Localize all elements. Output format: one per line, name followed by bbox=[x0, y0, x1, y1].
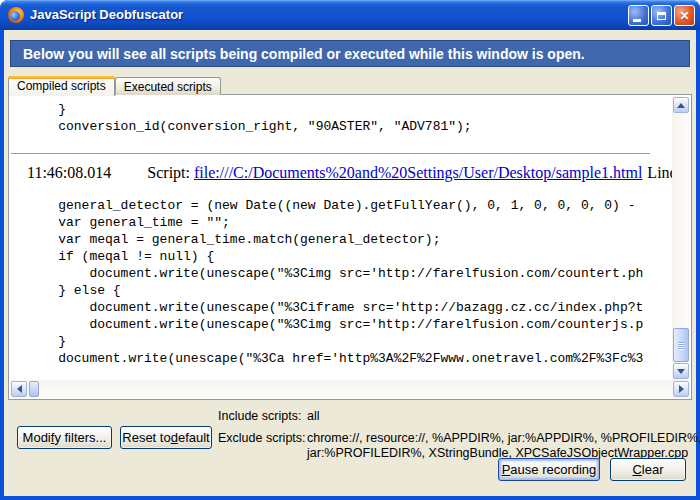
code-line: document.write(unescape("%3Ciframe src='… bbox=[27, 299, 672, 316]
vertical-scrollbar-thumb[interactable] bbox=[673, 328, 689, 362]
minimize-icon bbox=[633, 19, 641, 22]
window-title: JavaScript Deobfuscator bbox=[30, 7, 183, 22]
tab-executed-scripts-label: Executed scripts bbox=[124, 80, 212, 94]
close-icon: ✕ bbox=[679, 10, 689, 22]
close-button[interactable]: ✕ bbox=[674, 5, 695, 26]
maximize-icon bbox=[657, 12, 666, 20]
exclude-scripts-value-line1: chrome://, resource://, %APPDIR%, jar:%A… bbox=[307, 431, 700, 445]
pause-recording-label-rest: ause recording bbox=[510, 462, 596, 477]
entry-separator bbox=[11, 153, 650, 154]
include-scripts-label: Include scripts: bbox=[218, 409, 301, 423]
minimize-button[interactable] bbox=[628, 5, 649, 26]
line-label: Line: bbox=[647, 164, 672, 181]
entry-header: 11:46:08.014Script:file:///C:/Documents%… bbox=[27, 161, 672, 185]
horizontal-scrollbar-thumb[interactable] bbox=[29, 381, 39, 397]
entry-timestamp: 11:46:08.014 bbox=[27, 164, 111, 181]
reset-default-label: Reset to bbox=[122, 430, 170, 445]
reset-to-default-button[interactable]: Reset to default bbox=[120, 426, 212, 449]
horizontal-scrollbar[interactable] bbox=[10, 380, 690, 398]
code-line: var general_time = ""; bbox=[27, 214, 672, 231]
script-url-link[interactable]: file:///C:/Documents%20and%20Settings/Us… bbox=[194, 164, 642, 181]
scroll-right-button[interactable] bbox=[673, 381, 689, 397]
tab-strip: Compiled scripts Executed scripts bbox=[8, 75, 221, 95]
code-line: document.write(unescape("%3Ca href='http… bbox=[27, 350, 672, 367]
modify-filters-label: Modi bbox=[23, 430, 51, 445]
clear-label-rest: lear bbox=[642, 462, 664, 477]
code-line: } bbox=[27, 101, 672, 118]
code-line: document.write(unescape("%3Cimg src='htt… bbox=[27, 316, 672, 333]
script-log-content: } conversion_id(conversion_right, "90AST… bbox=[10, 96, 672, 380]
scroll-down-button[interactable] bbox=[673, 363, 689, 379]
clear-button[interactable]: Clear bbox=[610, 458, 686, 481]
info-banner-text: Below you will see all scripts being com… bbox=[23, 46, 585, 62]
vertical-scrollbar[interactable] bbox=[672, 96, 690, 380]
entry-code-block: general_detector = (new Date((new Date).… bbox=[27, 197, 672, 367]
pause-recording-button[interactable]: Pause recording bbox=[498, 458, 600, 481]
tab-compiled-scripts-label: Compiled scripts bbox=[17, 79, 106, 93]
code-line: general_detector = (new Date((new Date).… bbox=[27, 197, 672, 214]
reset-default-mnemonic: d bbox=[171, 430, 178, 445]
code-line: if (meqal != null) { bbox=[27, 248, 672, 265]
dialog-body: Below you will see all scripts being com… bbox=[4, 30, 696, 496]
maximize-button[interactable] bbox=[651, 5, 672, 26]
clear-mnemonic: C bbox=[632, 462, 641, 477]
pause-recording-mnemonic: P bbox=[502, 462, 511, 477]
javascript-deobfuscator-window: JavaScript Deobfuscator ✕ Below you will… bbox=[0, 0, 700, 500]
exclude-scripts-label: Exclude scripts: bbox=[218, 431, 306, 445]
tab-executed-scripts[interactable]: Executed scripts bbox=[115, 77, 221, 95]
include-scripts-value: all bbox=[307, 409, 320, 423]
reset-default-label-rest: efault bbox=[178, 430, 210, 445]
code-line: } bbox=[27, 333, 672, 350]
modify-filters-button[interactable]: Modify filters... bbox=[17, 426, 112, 449]
code-line: var meqal = general_time.match(general_d… bbox=[27, 231, 672, 248]
chevron-down-icon bbox=[677, 369, 685, 374]
modify-filters-label-rest: y filters... bbox=[54, 430, 106, 445]
scroll-left-button[interactable] bbox=[11, 381, 27, 397]
code-line: } else { bbox=[27, 282, 672, 299]
code-line: document.write(unescape("%3Cimg src='htt… bbox=[27, 265, 672, 282]
script-label: Script: bbox=[147, 164, 190, 181]
exclude-scripts-value: chrome://, resource://, %APPDIR%, jar:%A… bbox=[307, 431, 700, 461]
chevron-right-icon bbox=[679, 385, 684, 393]
info-banner: Below you will see all scripts being com… bbox=[10, 40, 690, 67]
chevron-left-icon bbox=[17, 385, 22, 393]
scroll-up-button[interactable] bbox=[673, 97, 689, 113]
caption-buttons: ✕ bbox=[628, 5, 695, 26]
firefox-icon bbox=[8, 7, 24, 23]
tab-compiled-scripts[interactable]: Compiled scripts bbox=[8, 76, 115, 96]
chevron-up-icon bbox=[677, 103, 685, 108]
titlebar: JavaScript Deobfuscator ✕ bbox=[0, 0, 700, 30]
code-line: conversion_id(conversion_right, "90ASTER… bbox=[27, 118, 672, 135]
script-log-panel: } conversion_id(conversion_right, "90AST… bbox=[8, 94, 692, 400]
